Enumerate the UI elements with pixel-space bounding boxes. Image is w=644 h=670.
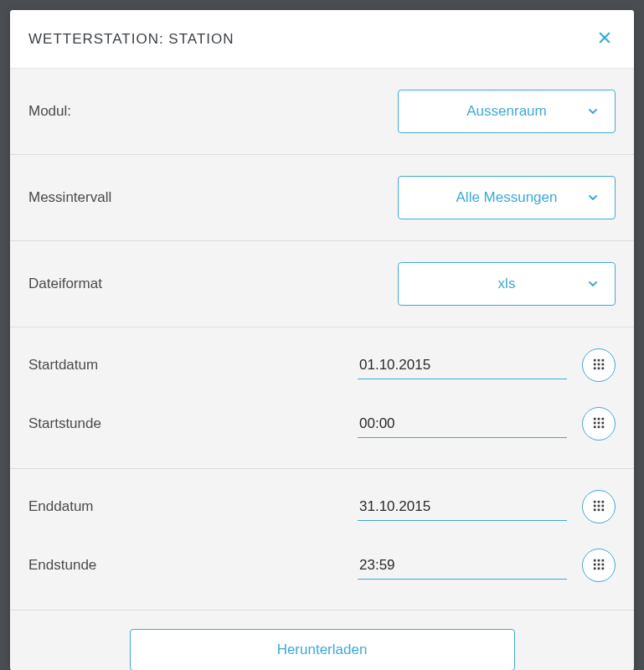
interval-label: Messintervall — [28, 189, 111, 206]
svg-rect-21 — [598, 500, 600, 502]
starttime-input[interactable] — [358, 410, 567, 438]
chevron-down-icon — [586, 191, 600, 204]
format-label: Dateiformat — [28, 276, 102, 292]
export-modal: WETTERSTATION: STATION Modul: Aussenraum — [10, 10, 634, 670]
svg-rect-37 — [602, 567, 605, 570]
svg-rect-18 — [598, 425, 600, 428]
svg-rect-4 — [602, 358, 605, 361]
svg-rect-30 — [598, 559, 600, 561]
svg-rect-26 — [594, 508, 596, 511]
svg-rect-14 — [594, 421, 596, 424]
svg-rect-27 — [598, 508, 600, 511]
grid-icon — [593, 417, 605, 431]
svg-rect-33 — [598, 563, 600, 565]
interval-section: Messintervall Alle Messungen — [10, 155, 634, 241]
end-section: Enddatum Endstunde — [10, 469, 634, 611]
startdate-input[interactable] — [358, 352, 567, 379]
svg-rect-9 — [598, 367, 600, 369]
enddate-label: Enddatum — [28, 498, 94, 515]
svg-rect-23 — [594, 504, 596, 507]
svg-rect-3 — [598, 358, 600, 361]
module-section: Modul: Aussenraum — [10, 69, 634, 155]
svg-rect-11 — [594, 417, 596, 420]
format-section: Dateiformat xls — [10, 241, 634, 327]
modal-header: WETTERSTATION: STATION — [10, 10, 634, 69]
chevron-down-icon — [586, 277, 600, 291]
svg-rect-24 — [598, 504, 600, 507]
svg-rect-35 — [594, 567, 596, 570]
svg-rect-8 — [594, 367, 596, 369]
close-button[interactable] — [594, 27, 616, 51]
svg-rect-2 — [594, 358, 596, 361]
svg-rect-10 — [602, 367, 605, 369]
startdate-picker-button[interactable] — [582, 348, 616, 382]
startdate-label: Startdatum — [28, 357, 98, 374]
svg-rect-6 — [598, 363, 600, 365]
module-dropdown-value: Aussenraum — [466, 103, 546, 120]
svg-rect-19 — [602, 425, 605, 428]
svg-rect-31 — [602, 559, 605, 561]
format-dropdown[interactable]: xls — [398, 262, 616, 306]
svg-rect-5 — [594, 363, 596, 365]
module-dropdown[interactable]: Aussenraum — [398, 90, 616, 133]
svg-rect-36 — [598, 567, 600, 570]
svg-rect-12 — [598, 417, 600, 420]
endtime-picker-button[interactable] — [582, 549, 616, 582]
svg-rect-17 — [594, 425, 596, 428]
starttime-label: Startstunde — [28, 415, 101, 432]
svg-rect-22 — [602, 500, 605, 502]
close-icon — [597, 30, 612, 48]
format-dropdown-value: xls — [498, 276, 516, 292]
starttime-picker-button[interactable] — [582, 407, 616, 441]
svg-rect-7 — [602, 363, 605, 365]
svg-rect-29 — [594, 559, 596, 561]
svg-rect-15 — [598, 421, 600, 424]
download-section: Herunterladen — [10, 611, 634, 670]
endtime-input[interactable] — [358, 552, 567, 580]
download-button[interactable]: Herunterladen — [130, 629, 515, 670]
module-label: Modul: — [28, 103, 71, 120]
enddate-picker-button[interactable] — [582, 490, 616, 523]
svg-rect-34 — [602, 563, 605, 565]
enddate-input[interactable] — [358, 493, 567, 521]
interval-dropdown[interactable]: Alle Messungen — [398, 176, 616, 219]
svg-rect-32 — [594, 563, 596, 565]
start-section: Startdatum Startstunde — [10, 327, 634, 469]
interval-dropdown-value: Alle Messungen — [456, 189, 558, 206]
svg-rect-28 — [602, 508, 605, 511]
modal-title: WETTERSTATION: STATION — [28, 31, 234, 48]
endtime-label: Endstunde — [28, 557, 96, 574]
grid-icon — [593, 358, 605, 373]
svg-rect-20 — [594, 500, 596, 502]
grid-icon — [593, 559, 605, 573]
chevron-down-icon — [586, 105, 600, 118]
svg-rect-13 — [602, 417, 605, 420]
svg-rect-25 — [602, 504, 605, 507]
svg-rect-16 — [602, 421, 605, 424]
grid-icon — [593, 500, 605, 514]
